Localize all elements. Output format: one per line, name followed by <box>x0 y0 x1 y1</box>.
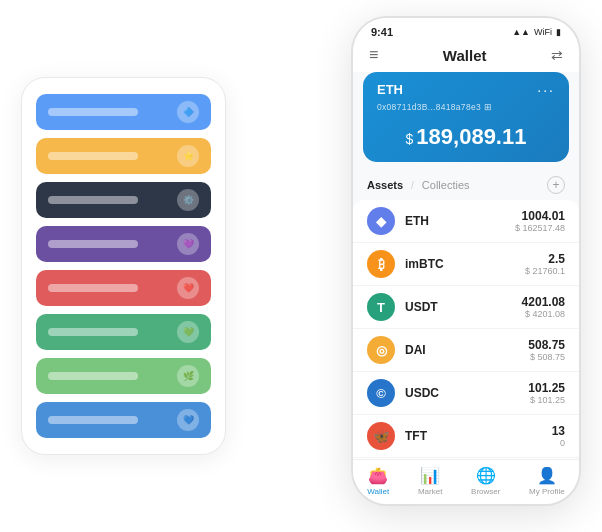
asset-icon-tft: 🦋 <box>367 422 395 450</box>
status-time: 9:41 <box>371 26 393 38</box>
asset-name-tft: TFT <box>405 429 552 443</box>
asset-amount: 4201.08 <box>522 295 565 309</box>
phone-mockup: 9:41 ▲▲ WiFi ▮ ≡ Wallet ⇄ ETH ··· 0x0871 <box>351 16 581 506</box>
card-item-icon: 🔷 <box>177 101 199 123</box>
scan-icon[interactable]: ⇄ <box>551 47 563 63</box>
nav-icon-wallet: 👛 <box>368 466 388 485</box>
card-item-dark-card[interactable]: ⚙️ <box>36 182 211 218</box>
card-item-label <box>48 152 138 160</box>
menu-icon[interactable]: ≡ <box>369 46 378 64</box>
asset-usd: $ 21760.1 <box>525 266 565 276</box>
asset-usd: 0 <box>552 438 565 448</box>
asset-icon-imbtc: ₿ <box>367 250 395 278</box>
asset-row-tft[interactable]: 🦋 TFT 13 0 <box>353 415 579 458</box>
asset-row-imbtc[interactable]: ₿ imBTC 2.5 $ 21760.1 <box>353 243 579 286</box>
card-item-label <box>48 328 138 336</box>
battery-icon: ▮ <box>556 27 561 37</box>
asset-amount: 508.75 <box>528 338 565 352</box>
asset-name-dai: DAI <box>405 343 528 357</box>
card-item-icon: 💜 <box>177 233 199 255</box>
asset-name-imbtc: imBTC <box>405 257 525 271</box>
asset-row-dai[interactable]: ◎ DAI 508.75 $ 508.75 <box>353 329 579 372</box>
phone-header: ≡ Wallet ⇄ <box>353 42 579 72</box>
card-item-green-card[interactable]: 💚 <box>36 314 211 350</box>
nav-item-market[interactable]: 📊 Market <box>418 466 442 496</box>
signal-icon: ▲▲ <box>512 27 530 37</box>
nav-icon-browser: 🌐 <box>476 466 496 485</box>
assets-header: Assets / Collecties + <box>353 172 579 200</box>
asset-values-tft: 13 0 <box>552 424 565 448</box>
nav-label-profile: My Profile <box>529 487 565 496</box>
asset-name-eth: ETH <box>405 214 515 228</box>
nav-label-market: Market <box>418 487 442 496</box>
asset-amount: 1004.01 <box>515 209 565 223</box>
asset-values-imbtc: 2.5 $ 21760.1 <box>525 252 565 276</box>
asset-usd: $ 4201.08 <box>522 309 565 319</box>
card-item-label <box>48 284 138 292</box>
asset-row-eth[interactable]: ◆ ETH 1004.01 $ 162517.48 <box>353 200 579 243</box>
card-stack: 🔷 ⭐ ⚙️ 💜 ❤️ 💚 🌿 💙 <box>21 77 226 455</box>
asset-row-usdt[interactable]: T USDT 4201.08 $ 4201.08 <box>353 286 579 329</box>
asset-usd: $ 101.25 <box>528 395 565 405</box>
card-item-icon: ⚙️ <box>177 189 199 211</box>
asset-amount: 2.5 <box>525 252 565 266</box>
eth-card: ETH ··· 0x08711d3B...8418a78e3 ⊞ $189,08… <box>363 72 569 162</box>
card-item-label <box>48 240 138 248</box>
nav-item-profile[interactable]: 👤 My Profile <box>529 466 565 496</box>
card-item-icon: ⭐ <box>177 145 199 167</box>
card-item-blue-card[interactable]: 🔷 <box>36 94 211 130</box>
eth-more-icon[interactable]: ··· <box>537 82 555 98</box>
asset-icon-eth: ◆ <box>367 207 395 235</box>
card-item-icon: 💚 <box>177 321 199 343</box>
card-item-label <box>48 372 138 380</box>
asset-amount: 13 <box>552 424 565 438</box>
nav-label-wallet: Wallet <box>367 487 389 496</box>
eth-card-top: ETH ··· <box>377 82 555 98</box>
nav-item-wallet[interactable]: 👛 Wallet <box>367 466 389 496</box>
nav-label-browser: Browser <box>471 487 500 496</box>
collecties-tab[interactable]: Collecties <box>422 179 470 191</box>
nav-icon-market: 📊 <box>420 466 440 485</box>
card-item-label <box>48 196 138 204</box>
asset-icon-usdt: T <box>367 293 395 321</box>
assets-tab-active[interactable]: Assets <box>367 179 403 191</box>
card-item-light-green-card[interactable]: 🌿 <box>36 358 211 394</box>
scene: 🔷 ⭐ ⚙️ 💜 ❤️ 💚 🌿 💙 9:41 ▲▲ <box>21 16 581 516</box>
asset-amount: 101.25 <box>528 381 565 395</box>
eth-address: 0x08711d3B...8418a78e3 ⊞ <box>377 102 555 112</box>
card-item-purple-card[interactable]: 💜 <box>36 226 211 262</box>
asset-icon-dai: ◎ <box>367 336 395 364</box>
asset-values-usdt: 4201.08 $ 4201.08 <box>522 295 565 319</box>
nav-item-browser[interactable]: 🌐 Browser <box>471 466 500 496</box>
card-item-red-card[interactable]: ❤️ <box>36 270 211 306</box>
status-icons: ▲▲ WiFi ▮ <box>512 27 561 37</box>
header-title: Wallet <box>443 47 487 64</box>
asset-values-eth: 1004.01 $ 162517.48 <box>515 209 565 233</box>
eth-label: ETH <box>377 82 403 97</box>
asset-usd: $ 508.75 <box>528 352 565 362</box>
card-item-blue2-card[interactable]: 💙 <box>36 402 211 438</box>
nav-icon-profile: 👤 <box>537 466 557 485</box>
bottom-nav: 👛 Wallet 📊 Market 🌐 Browser 👤 My Profile <box>353 459 579 504</box>
card-item-label <box>48 108 138 116</box>
asset-usd: $ 162517.48 <box>515 223 565 233</box>
asset-list: ◆ ETH 1004.01 $ 162517.48 ₿ imBTC 2.5 $ … <box>353 200 579 459</box>
eth-balance-prefix: $ <box>406 131 414 147</box>
card-item-icon: 💙 <box>177 409 199 431</box>
wifi-icon: WiFi <box>534 27 552 37</box>
asset-name-usdt: USDT <box>405 300 522 314</box>
asset-row-usdc[interactable]: © USDC 101.25 $ 101.25 <box>353 372 579 415</box>
status-bar: 9:41 ▲▲ WiFi ▮ <box>353 18 579 42</box>
asset-name-usdc: USDC <box>405 386 528 400</box>
asset-values-dai: 508.75 $ 508.75 <box>528 338 565 362</box>
card-item-yellow-card[interactable]: ⭐ <box>36 138 211 174</box>
add-asset-button[interactable]: + <box>547 176 565 194</box>
tab-separator: / <box>411 180 414 191</box>
card-item-icon: 🌿 <box>177 365 199 387</box>
assets-tabs: Assets / Collecties <box>367 179 470 191</box>
eth-balance: $189,089.11 <box>377 120 555 150</box>
asset-icon-usdc: © <box>367 379 395 407</box>
card-item-label <box>48 416 138 424</box>
phone-content: ETH ··· 0x08711d3B...8418a78e3 ⊞ $189,08… <box>353 72 579 459</box>
asset-values-usdc: 101.25 $ 101.25 <box>528 381 565 405</box>
